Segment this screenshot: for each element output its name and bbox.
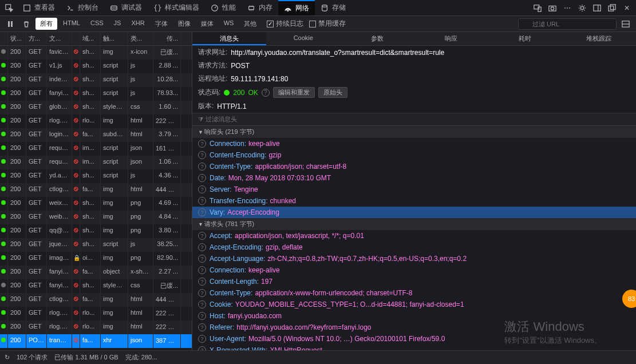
devtools-tab-perf[interactable]: 性能 — [205, 0, 242, 15]
devtools-tab-console[interactable]: 控制台 — [61, 0, 104, 15]
request-row[interactable]: 200 GET fanyi-... 🛇 sh... stylesh... css… — [0, 279, 192, 293]
header-row[interactable]: Accept: application/json, text/javascrip… — [192, 230, 636, 242]
detail-tab[interactable]: 参数 — [340, 32, 414, 45]
request-row[interactable]: 200 GET ctlog?... 🛇 fa... img html 444 字… — [0, 183, 192, 197]
request-row[interactable]: 200 GET rlog.p... 🛇 rlo... img html 222 … — [0, 114, 192, 128]
filter-url-input[interactable] — [518, 18, 617, 30]
screenshot-icon[interactable] — [546, 1, 559, 15]
filter-pill[interactable]: HTML — [58, 18, 85, 30]
filter-pill[interactable]: 字体 — [151, 18, 172, 30]
header-row[interactable]: Connection: keep-alive — [192, 138, 636, 149]
header-row[interactable]: User-Agent: Mozilla/5.0 (Windows NT 10.0… — [192, 333, 636, 345]
devtools-tab-memory[interactable]: 内存 — [242, 0, 278, 15]
header-row[interactable]: Content-Encoding: gzip — [192, 149, 636, 161]
devtools-tab-style[interactable]: {}样式编辑器 — [148, 0, 205, 15]
edit-resend-button[interactable]: 编辑和重发 — [273, 87, 315, 98]
responsive-mode-icon[interactable] — [531, 1, 544, 15]
request-row[interactable]: 200 GET rlog.p... 🛇 rlo... img html 222 … — [0, 307, 192, 321]
header-row[interactable]: Referer: http://fanyi.youdao.com/?keyfro… — [192, 322, 636, 333]
raw-headers-button[interactable]: 原始头 — [318, 87, 347, 98]
disable-cache-checkbox[interactable]: 禁用缓存 — [309, 19, 346, 29]
filter-pill[interactable]: 媒体 — [196, 18, 218, 30]
request-row[interactable]: 200 GET image... 🔒 oi... img png 82.90..… — [0, 252, 192, 266]
header-row[interactable]: Transfer-Encoding: chunked — [192, 195, 636, 207]
settings-icon[interactable] — [575, 1, 589, 15]
request-row[interactable]: 200 GET fanyi.... 🛇 sh... script js 78.9… — [0, 87, 192, 101]
request-row[interactable]: 200 GET fanyi.v... 🛇 fa... object x-shoc… — [0, 266, 192, 279]
detail-tab[interactable]: 消息头 — [192, 32, 266, 45]
col-cause[interactable]: 触... — [101, 32, 128, 45]
help-icon[interactable]: ? — [262, 89, 270, 97]
request-row[interactable]: 200 GET reques... 🛇 im... script json 1.… — [0, 156, 192, 169]
request-row[interactable]: 200 GET login?... 🛇 fa... subdo... html … — [0, 128, 192, 142]
close-devtools-icon[interactable]: ✕ — [620, 1, 634, 15]
notification-badge[interactable]: 83 — [622, 290, 636, 308]
header-row[interactable]: Accept-Language: zh-CN,zh;q=0.8,zh-TW;q=… — [192, 253, 636, 264]
request-row[interactable]: 200 GET rlog.p... 🛇 rlo... img html 222 … — [0, 321, 192, 334]
filter-pill[interactable]: JS — [109, 18, 126, 30]
request-row[interactable]: 200 GET favico... 🛇 sh... img x-icon 已缓.… — [0, 46, 192, 60]
header-row[interactable]: Accept-Encoding: gzip, deflate — [192, 242, 636, 253]
request-row[interactable]: 200 POST transla... 🛇 fa... xhr json 387… — [0, 334, 192, 348]
perf-icon — [211, 4, 219, 12]
dock-popup-icon[interactable] — [605, 1, 619, 15]
cell-status: 200 — [8, 46, 26, 60]
devtools-tab-inspector[interactable]: 查看器 — [17, 0, 61, 15]
header-row[interactable]: X-Requested-With: XMLHttpRequest — [192, 345, 636, 350]
more-tools-icon[interactable]: ⋯ — [560, 1, 574, 15]
cell-size: 10.28... — [153, 73, 181, 87]
request-headers-section[interactable]: 请求头 (781 字节) — [192, 218, 636, 230]
request-row[interactable]: 200 GET yd.acc... 🛇 sh... script js 4.36… — [0, 169, 192, 183]
header-row[interactable]: Cookie: YOUDAO_MOBILE_ACCESS_TYPE=1; O..… — [192, 299, 636, 310]
col-size[interactable]: 传... — [153, 32, 181, 45]
col-method[interactable]: 方... — [26, 32, 47, 45]
devtools-tab-debugger[interactable]: 调试器 — [104, 0, 148, 15]
request-row[interactable]: 200 GET v1.js 🛇 sh... script js 2.88 ... — [0, 60, 192, 73]
request-row[interactable]: 200 GET weibo... 🛇 sh... img png 4.84 ..… — [0, 211, 192, 224]
request-row[interactable]: 200 GET index.... 🛇 sh... script js 10.2… — [0, 73, 192, 87]
cell-cause: object — [101, 266, 128, 279]
request-row[interactable]: 200 GET weixin... 🛇 sh... img png 4.69 .… — [0, 197, 192, 211]
filter-pill[interactable]: 其他 — [239, 18, 261, 30]
filter-pill[interactable]: CSS — [86, 18, 108, 30]
header-row[interactable]: Content-Type: application/x-www-form-url… — [192, 287, 636, 299]
request-row[interactable]: 200 GET global... 🛇 sh... stylesh... css… — [0, 101, 192, 114]
request-row[interactable]: 200 GET qq@2... 🛇 sh... img png 3.80 ... — [0, 224, 192, 238]
inspect-element-icon[interactable] — [2, 1, 16, 15]
detail-tab[interactable]: 耗时 — [488, 32, 562, 45]
request-row[interactable]: 200 GET ctlog?... 🛇 fa... img html 444 字… — [0, 293, 192, 307]
detail-tab[interactable]: Cookie — [266, 32, 340, 45]
devtools-tab-network[interactable]: 网络 — [278, 0, 315, 15]
detail-tab[interactable]: 堆栈跟踪 — [562, 32, 636, 45]
header-row[interactable]: Content-Length: 197 — [192, 276, 636, 287]
col-file[interactable]: 文... — [47, 32, 72, 45]
filter-pill[interactable]: WS — [219, 18, 239, 30]
col-type[interactable]: 类... — [128, 32, 153, 45]
devtools-tab-storage[interactable]: 存储 — [315, 0, 351, 15]
filter-pill[interactable]: 所有 — [35, 18, 57, 30]
detail-tab[interactable]: 响应 — [414, 32, 488, 45]
response-headers-section[interactable]: 响应头 (219 字节) — [192, 126, 636, 138]
toggle-details-icon[interactable] — [619, 17, 633, 31]
cell-cause: img — [101, 252, 128, 266]
filter-pill[interactable]: 图像 — [173, 18, 195, 30]
header-row[interactable]: Date: Mon, 28 May 2018 07:03:10 GMT — [192, 172, 636, 184]
header-row[interactable]: Content-Type: application/json; charset=… — [192, 161, 636, 172]
persist-logs-checkbox[interactable]: 持续日志 — [267, 19, 303, 29]
header-row[interactable]: Host: fanyi.youdao.com — [192, 310, 636, 322]
header-row[interactable]: Server: Tengine — [192, 184, 636, 195]
cell-cause: script — [101, 238, 128, 252]
cell-file: index.... — [47, 73, 72, 87]
header-row[interactable]: Vary: Accept-Encoding — [192, 207, 636, 218]
filter-pill[interactable]: XHR — [127, 18, 149, 30]
header-row[interactable]: Connection: keep-alive — [192, 264, 636, 276]
filter-headers-input[interactable]: ⧩过滤消息头 — [192, 113, 636, 126]
pause-icon[interactable] — [3, 17, 17, 31]
request-row[interactable]: 200 GET reques... 🛇 im... script json 16… — [0, 142, 192, 156]
dock-side-icon[interactable] — [590, 1, 604, 15]
col-domain[interactable]: 域... — [80, 32, 101, 45]
col-status[interactable]: 状... — [8, 32, 26, 45]
reload-icon[interactable]: ↻ — [5, 354, 10, 361]
request-row[interactable]: 200 GET jquery... 🛇 sh... script js 38.2… — [0, 238, 192, 252]
clear-icon[interactable] — [19, 17, 33, 31]
